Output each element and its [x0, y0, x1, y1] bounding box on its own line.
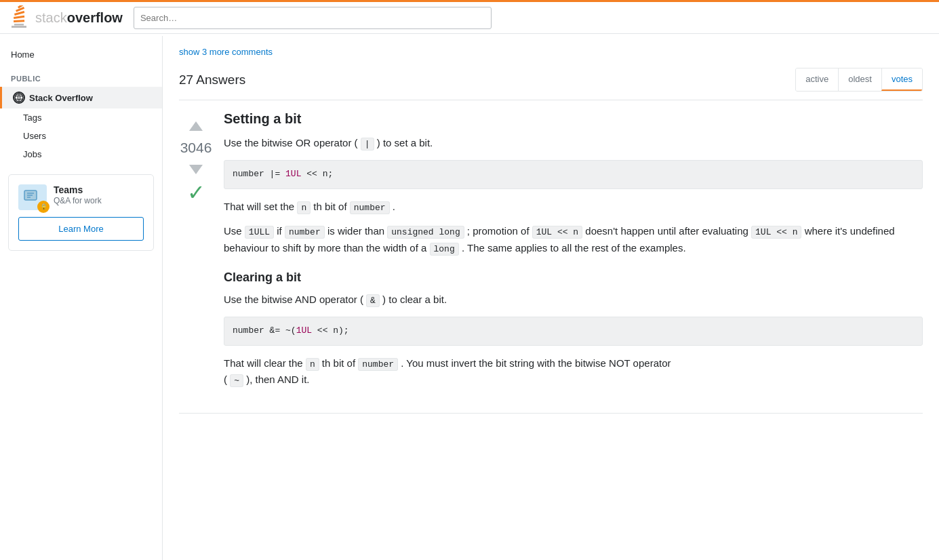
answer-section-heading-clearing: Clearing a bit: [224, 271, 923, 285]
public-section-label: PUBLIC: [0, 65, 162, 87]
sidebar: Home PUBLIC Stack Overflow Tags Users Jo…: [0, 36, 163, 560]
vote-column: 3046 ✓: [179, 111, 213, 397]
sidebar-stackoverflow-label: Stack Overflow: [29, 93, 93, 103]
answer-body: Setting a bit Use the bitwise OR operato…: [224, 111, 923, 397]
clearing-code-block: number &= ~(1UL << n);: [224, 317, 923, 346]
accepted-checkmark-icon: ✓: [187, 182, 205, 203]
sidebar-item-users[interactable]: Users: [0, 127, 162, 145]
n-code-inline: n: [297, 201, 311, 214]
downvote-arrow-icon: [189, 165, 203, 174]
clearing-after-code-paragraph: That will clear the n th bit of number .…: [224, 355, 923, 389]
answer-section-heading-setting: Setting a bit: [224, 111, 923, 127]
sidebar-item-stackoverflow[interactable]: Stack Overflow: [0, 87, 162, 108]
unsigned-long-code: unsigned long: [387, 226, 464, 239]
logo-text: stackoverflow: [35, 11, 123, 24]
number-code-inline-1: number: [350, 201, 390, 214]
svg-rect-2: [14, 20, 24, 22]
setting-detail-paragraph: Use 1ULL if number is wider than unsigne…: [224, 223, 923, 257]
teams-subtitle: Q&A for work: [54, 196, 102, 205]
layout: Home PUBLIC Stack Overflow Tags Users Jo…: [0, 36, 939, 560]
and-operator-code: &: [366, 294, 380, 307]
sidebar-item-tags[interactable]: Tags: [0, 108, 162, 127]
sort-tab-votes[interactable]: votes: [881, 68, 922, 91]
or-operator-code: |: [361, 138, 374, 151]
globe-icon: [13, 92, 25, 104]
teams-text: Teams Q&A for work: [54, 184, 102, 205]
number-code-inline-2: number: [285, 226, 325, 239]
setting-code-block: number |= 1UL << n;: [224, 160, 923, 189]
1ul-shift-n-code: 1UL << n: [751, 226, 801, 239]
setting-intro-paragraph: Use the bitwise OR operator ( | ) to set…: [224, 135, 923, 152]
tilde-code: ~: [230, 374, 243, 387]
upvote-arrow-icon: [189, 121, 203, 131]
1ul-shift-code: 1UL << n: [532, 226, 582, 239]
svg-rect-4: [14, 11, 24, 16]
number-code-clear: number: [358, 358, 398, 371]
header: stackoverflow: [0, 0, 939, 34]
1ull-code: 1ULL: [245, 226, 274, 239]
stackoverflow-logo-icon: [8, 5, 30, 31]
show-more-comments-link[interactable]: show 3 more comments: [179, 47, 923, 57]
sort-tab-oldest[interactable]: oldest: [838, 68, 881, 91]
sidebar-item-jobs[interactable]: Jobs: [0, 145, 162, 163]
svg-rect-1: [14, 24, 24, 26]
vote-down-button[interactable]: [184, 157, 208, 182]
teams-header: 🔒 Teams Q&A for work: [18, 184, 144, 210]
answer-item: 3046 ✓ Setting a bit Use the bitwise OR …: [179, 111, 923, 414]
svg-rect-0: [12, 26, 26, 28]
sort-tabs: active oldest votes: [795, 68, 923, 92]
long-code: long: [430, 243, 459, 256]
search-bar: [134, 7, 492, 29]
search-input[interactable]: [134, 7, 492, 29]
vote-count: 3046: [180, 140, 212, 156]
teams-lock-badge: 🔒: [37, 201, 49, 213]
setting-after-code-paragraph: That will set the n th bit of number .: [224, 199, 923, 216]
vote-up-button[interactable]: [184, 114, 208, 138]
teams-box: 🔒 Teams Q&A for work Learn More: [8, 174, 154, 251]
svg-point-7: [15, 94, 23, 102]
logo-link[interactable]: stackoverflow: [8, 5, 123, 31]
teams-learn-more-button[interactable]: Learn More: [18, 217, 144, 241]
answers-header: 27 Answers active oldest votes: [179, 68, 923, 100]
svg-rect-3: [14, 15, 24, 18]
n-code-clear: n: [306, 358, 319, 371]
answers-count: 27 Answers: [179, 73, 245, 87]
clearing-intro-paragraph: Use the bitwise AND operator ( & ) to cl…: [224, 292, 923, 308]
teams-icon-wrap: 🔒: [18, 184, 47, 210]
nav-home[interactable]: Home: [0, 44, 162, 65]
sort-tab-active[interactable]: active: [796, 68, 838, 91]
main-content: show 3 more comments 27 Answers active o…: [163, 36, 939, 560]
teams-title: Teams: [54, 184, 102, 195]
